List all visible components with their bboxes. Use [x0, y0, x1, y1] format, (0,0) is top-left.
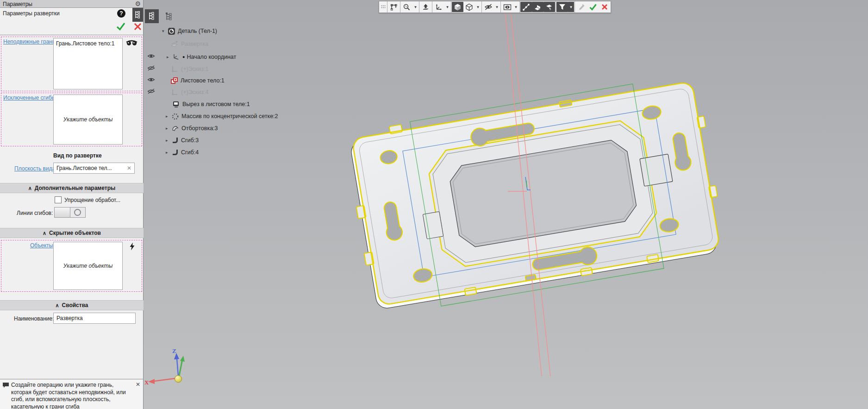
hint-message-text: Создайте операцию или укажите грань, кот…	[11, 382, 133, 409]
excluded-bends-listbox[interactable]: Укажите объекты	[53, 94, 123, 145]
orientation-dropdown-caret[interactable]: ▾	[444, 2, 450, 12]
zoom-dropdown-caret[interactable]: ▾	[412, 2, 418, 12]
tree-item-sheet-cut[interactable]: Вырез в листовом теле:1	[172, 100, 250, 109]
hide-objects-placeholder: Укажите объекты	[54, 263, 122, 269]
tree-item-concentric-pattern[interactable]: ▸ Массив по концентрической сетке:2	[166, 112, 278, 121]
filter-button[interactable]	[556, 2, 568, 12]
expander-closed-icon[interactable]: ▸	[166, 150, 171, 155]
circle-icon	[74, 209, 81, 216]
unfold-sheet-button[interactable]	[532, 2, 543, 12]
panel-confirm-button[interactable]	[116, 22, 126, 32]
hide-objects-link[interactable]: Объекты	[30, 242, 53, 249]
zoom-area-button[interactable]	[401, 2, 412, 12]
eyedropper-button[interactable]	[575, 2, 587, 12]
shaded-view-button[interactable]	[452, 2, 463, 12]
section-additional-params[interactable]: ∧Дополнительные параметры	[0, 183, 144, 193]
tree-item-part[interactable]: ▾ Деталь (Тел-1)	[162, 26, 217, 36]
hidden-edges-button[interactable]	[482, 2, 494, 12]
gear-icon[interactable]: ⚙	[135, 0, 141, 8]
panel-cancel-button[interactable]	[133, 22, 142, 32]
bend-lines-toggle-on[interactable]	[70, 208, 86, 217]
tree-item-sketch4[interactable]: (+)Эскиз:4	[171, 88, 208, 97]
help-icon[interactable]: ?	[117, 9, 125, 18]
excluded-bends-link[interactable]: Исключенные сгибы	[3, 94, 56, 101]
expander-closed-icon[interactable]: ▸	[166, 114, 171, 119]
flat-pattern-icon	[170, 40, 179, 48]
chevron-up-icon: ∧	[43, 230, 46, 236]
expander-closed-icon[interactable]: ▸	[166, 138, 171, 143]
clip-view-button[interactable]	[501, 2, 513, 12]
tree-item-sheet-body[interactable]: Листовое тело:1	[170, 76, 225, 85]
toolbar-drag-handle[interactable]	[379, 1, 387, 13]
3d-viewport[interactable]: X Z ▾ Деталь (Тел-1) Развертк	[144, 0, 868, 409]
model-part[interactable]	[344, 73, 728, 317]
sketch-icon	[171, 65, 179, 73]
bend-lines-toggle[interactable]	[54, 207, 86, 218]
section-hide-objects[interactable]: ∧Скрытие объектов	[0, 228, 144, 238]
name-input[interactable]: Развертка	[53, 313, 136, 324]
axis-z-label: Z	[172, 347, 176, 354]
tree-item-flange[interactable]: ▸ Отбортовка:3	[166, 124, 218, 133]
bend-lines-toggle-off[interactable]	[55, 208, 70, 217]
sketch-mode-button[interactable]	[388, 2, 400, 12]
tree-item-flat-pattern[interactable]: Развертка	[170, 39, 208, 49]
panel-subtitle: Параметры развертки	[3, 10, 60, 17]
chevron-up-icon: ∧	[55, 302, 59, 308]
confirm-button[interactable]	[587, 2, 599, 12]
tree-item-bend3[interactable]: ▸ Сгиб:3	[166, 136, 199, 145]
close-icon[interactable]: ✕	[136, 381, 140, 388]
extrude-button[interactable]	[420, 2, 431, 12]
wireframe-view-button[interactable]	[463, 2, 475, 12]
chevron-up-icon: ∧	[28, 185, 32, 191]
sketch-icon	[171, 88, 179, 96]
model-clip-right	[640, 154, 673, 186]
orientation-button[interactable]	[433, 2, 444, 12]
tree-item-bend4[interactable]: ▸ Сгиб:4	[166, 148, 199, 157]
eye-off-icon[interactable]	[147, 64, 156, 72]
snap-midpoints-button[interactable]	[520, 2, 532, 12]
parameters-panel: Параметры ⚙ Параметры развертки ? Неподв…	[0, 0, 144, 409]
view-plane-link[interactable]: Плоскость вида	[14, 165, 55, 172]
hidden-edges-caret[interactable]: ▾	[494, 2, 500, 12]
fixed-faces-listbox[interactable]: Грань.Листовое тело:1	[53, 38, 123, 89]
eye-icon[interactable]	[147, 52, 156, 60]
fixed-faces-link[interactable]: Неподвижные грани	[3, 38, 56, 45]
clip-view-caret[interactable]: ▾	[513, 2, 519, 12]
simplify-checkbox[interactable]	[55, 196, 62, 203]
bend-icon	[171, 137, 179, 144]
tree-item-origin[interactable]: ▸ ● Начало координат	[167, 52, 236, 62]
expander-closed-icon[interactable]: ▸	[166, 126, 171, 131]
part-icon	[168, 27, 175, 35]
panel-title: Параметры	[3, 1, 32, 7]
expander-closed-icon[interactable]: ▸	[167, 55, 172, 59]
bend-icon	[171, 149, 179, 156]
view-toolbar: ▾ ▾ ▾ ▾ ▾	[379, 1, 611, 13]
tree-tab-relations[interactable]	[164, 11, 174, 22]
tree-tab-structure[interactable]	[145, 9, 159, 23]
view-plane-input[interactable]: Грань.Листовое тел... ✕	[53, 163, 135, 174]
divider	[0, 35, 143, 35]
panel-titlebar[interactable]: Параметры ⚙	[0, 0, 143, 8]
expander-open-icon[interactable]: ▾	[162, 29, 168, 33]
tree-item-sketch1[interactable]: (+)Эскиз:1	[171, 64, 208, 74]
cancel-button[interactable]	[599, 2, 610, 12]
fixed-faces-value[interactable]: Грань.Листовое тело:1	[54, 38, 122, 49]
display-mode-caret[interactable]: ▾	[475, 2, 481, 12]
sheet-cut-icon	[172, 101, 180, 108]
section-properties[interactable]: ∧Свойства	[0, 300, 144, 310]
eye-icon[interactable]	[147, 76, 156, 83]
glasses-icon[interactable]	[125, 39, 138, 48]
select-face-button[interactable]	[543, 2, 555, 12]
hint-message-box: Создайте операцию или укажите грань, кот…	[0, 379, 143, 409]
filter-caret[interactable]: ▾	[568, 2, 574, 12]
concentric-pattern-icon	[171, 113, 179, 120]
axis-x-label: X	[144, 379, 149, 386]
lightning-icon[interactable]	[129, 242, 135, 252]
eye-off-icon[interactable]	[147, 88, 156, 95]
clear-value-icon[interactable]: ✕	[127, 165, 131, 171]
flat-view-caption: Вид по развертке	[53, 152, 102, 159]
sheet-body-icon	[170, 77, 178, 84]
app-window: X Z ▾ Деталь (Тел-1) Развертк	[0, 0, 868, 409]
panel-tree-toggle-button[interactable]	[132, 8, 143, 22]
hide-objects-listbox[interactable]: Укажите объекты	[53, 242, 123, 290]
